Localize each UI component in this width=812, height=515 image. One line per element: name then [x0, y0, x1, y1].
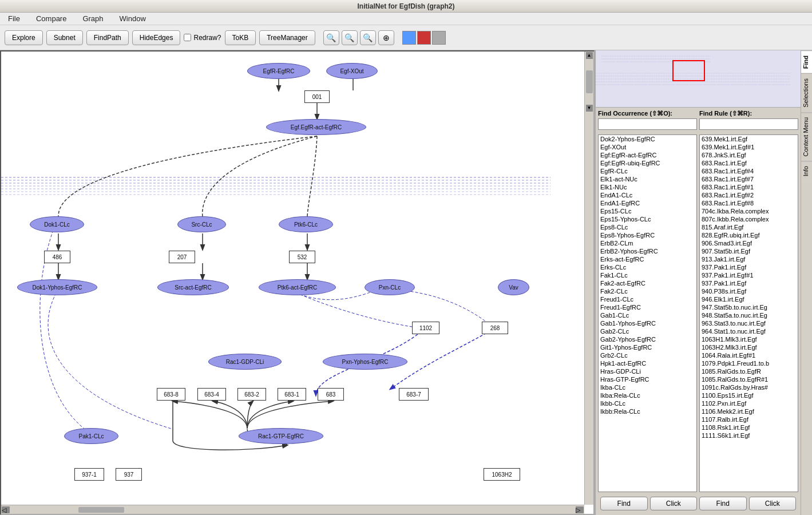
rule-list-item[interactable]: 683.Rac1.irt.Egf#8	[700, 199, 798, 207]
node-EgfR-EgfRC[interactable]: EgfR-EgfRC	[247, 63, 310, 79]
occurrence-list-item[interactable]: Erks-CLc	[599, 263, 696, 271]
hscroll-right-arrow[interactable]: ▷	[576, 506, 584, 513]
rule-list-item[interactable]: 913.Jak1.irt.Egf	[700, 255, 798, 263]
menu-file[interactable]: File	[5, 13, 23, 24]
tab-selections[interactable]: Selections	[801, 73, 812, 112]
zoom-in-button[interactable]: 🔍	[323, 30, 339, 45]
occurrence-list-item[interactable]: Erks-act-EgfRC	[599, 255, 696, 263]
minimap[interactable]	[596, 50, 801, 108]
occurrence-list-item[interactable]: Egf:EgfR-ubiq-EgfRC	[599, 159, 696, 167]
occurrence-list-item[interactable]: Ikba:Rela-CLc	[599, 391, 696, 399]
findpath-button[interactable]: FindPath	[86, 30, 129, 45]
rule-list-item[interactable]: 683.Rac1.irt.Egf#4	[700, 167, 798, 175]
rule-list-item[interactable]: 639.Mek1.irt.Egf#1	[700, 143, 798, 151]
node-1063H2[interactable]: 1063H2	[484, 468, 520, 481]
tab-context-menu[interactable]: Context Menu	[801, 112, 812, 161]
occurrence-list-item[interactable]: Fak2-CLc	[599, 287, 696, 295]
node-Pxn-CLc[interactable]: Pxn-CLc	[365, 279, 415, 295]
hscroll-left-arrow[interactable]: ◁	[2, 506, 10, 513]
occurrence-list-item[interactable]: Git1-Yphos-EgfRC	[599, 343, 696, 351]
rule-list-item[interactable]: 815.Araf.irt.Egf	[700, 223, 798, 231]
rule-list-item[interactable]: 1079.Pdpk1.Freud1.to.b	[700, 359, 798, 367]
node-Ptk6-CLc[interactable]: Ptk6-CLc	[279, 216, 333, 232]
menu-graph[interactable]: Graph	[79, 13, 106, 24]
occurrence-list[interactable]: Dok2-Yphos-EgfRCEgf-XOutEgf:EgfR-act-Egf…	[598, 134, 697, 492]
occurrence-list-item[interactable]: Elk1-act-NUc	[599, 175, 696, 183]
rule-list-item[interactable]: 940.P38s.irt.Egf	[700, 287, 798, 295]
node-486[interactable]: 486	[44, 251, 70, 263]
node-683-2[interactable]: 683-2	[237, 388, 266, 401]
node-Dok1-CLc[interactable]: Dok1-CLc	[30, 216, 84, 232]
hideedges-button[interactable]: HideEdges	[132, 30, 181, 45]
node-683-8[interactable]: 683-8	[157, 388, 185, 401]
subnet-button[interactable]: Subnet	[46, 30, 83, 45]
menu-window[interactable]: Window	[116, 13, 149, 24]
rule-list-item[interactable]: 964.Stat1.to.nuc.irt.Egf	[700, 327, 798, 335]
rule-list-item[interactable]: 1064.Rala.irt.Egf#1	[700, 351, 798, 359]
rule-list-item[interactable]: 1107.Ralb.irt.Egf	[700, 415, 798, 423]
node-683-4[interactable]: 683-4	[197, 388, 226, 401]
tab-find[interactable]: Find	[801, 50, 812, 73]
node-1102[interactable]: 1102	[412, 322, 439, 334]
graph-vscrollbar[interactable]: ▲ ▼	[584, 52, 593, 505]
occurrence-list-item[interactable]: Gab2-Yphos-EgfRC	[599, 335, 696, 343]
occurrence-list-item[interactable]: Dok2-Yphos-EgfRC	[599, 135, 696, 143]
occurrence-list-item[interactable]: Egf-XOut	[599, 143, 696, 151]
color-swatch-gray[interactable]	[432, 31, 446, 45]
occurrence-list-item[interactable]: Hras-GTP-EgfRC	[599, 375, 696, 383]
click-rule-button[interactable]: Click	[749, 497, 797, 510]
occurrence-list-item[interactable]: Fak2-act-EgfRC	[599, 279, 696, 287]
menu-compare[interactable]: Compare	[33, 13, 70, 24]
node-937[interactable]: 937	[116, 468, 142, 481]
rule-list-item[interactable]: 1102.Pxn.irt.Egf	[700, 399, 798, 407]
node-Pak1-CLc[interactable]: Pak1-CLc	[64, 428, 118, 444]
node-207[interactable]: 207	[169, 251, 195, 263]
zoom-fit-button[interactable]: 🔍	[360, 30, 376, 45]
rule-list-item[interactable]: 1106.Mekk2.irt.Egf	[700, 407, 798, 415]
find-occurrence-button[interactable]: Find	[600, 497, 648, 510]
graph-hscrollbar[interactable]: ◁ ▷	[1, 505, 584, 514]
node-Rac1-GTP[interactable]: Rac1-GTP-EgfRC	[239, 428, 323, 444]
node-Rac1-GDP[interactable]: Rac1-GDP-CLi	[208, 354, 282, 370]
node-Egf-EgfR-act[interactable]: Egf.EgfR-act-EgfRC	[266, 119, 366, 135]
rule-list-item[interactable]: 1063H2.Mlk3.irt.Egf	[700, 343, 798, 351]
color-swatch-red[interactable]	[417, 31, 431, 45]
vscroll-down-arrow[interactable]: ▼	[586, 105, 593, 112]
node-532[interactable]: 532	[289, 251, 315, 263]
occurrence-list-item[interactable]: EndA1-EgfRC	[599, 199, 696, 207]
rule-list-item[interactable]: 1085.RalGds.to.EgfR#1	[700, 375, 798, 383]
rule-list-item[interactable]: 1091c.RalGds.by.Hras#	[700, 383, 798, 391]
rule-list-item[interactable]: 947.Stat5b.to.nuc.irt.Eg	[700, 303, 798, 311]
color-swatch-blue[interactable]	[402, 31, 416, 45]
occurrence-list-item[interactable]: Hras-GDP-CLi	[599, 367, 696, 375]
occurrence-list-item[interactable]: Freud1-EgfRC	[599, 303, 696, 311]
find-rule-button[interactable]: Find	[699, 497, 747, 510]
tokb-button[interactable]: ToKB	[225, 30, 256, 45]
redraw-checkbox[interactable]	[184, 34, 191, 41]
explore-button[interactable]: Explore	[5, 30, 43, 45]
hscroll-thumb[interactable]	[78, 507, 124, 513]
occurrence-list-item[interactable]: Eps15-Yphos-CLc	[599, 215, 696, 223]
node-Pxn-Yphos[interactable]: Pxn-Yphos-EgfRC	[323, 354, 407, 370]
rule-list-item[interactable]: 906.Smad3.irt.Egf	[700, 239, 798, 247]
rule-list-item[interactable]: 828.EgfR.ubiq.irt.Egf	[700, 231, 798, 239]
rule-list-item[interactable]: 907.Stat5b.irt.Egf	[700, 247, 798, 255]
tab-info[interactable]: Info	[801, 161, 812, 181]
occurrence-list-item[interactable]: Fak1-CLc	[599, 271, 696, 279]
occurrence-list-item[interactable]: Elk1-NUc	[599, 183, 696, 191]
node-683-1[interactable]: 683-1	[278, 388, 306, 401]
vscroll-up-arrow[interactable]: ▲	[586, 52, 593, 59]
rule-list-item[interactable]: 937.Pak1.irt.Egf	[700, 263, 798, 271]
occurrence-list-item[interactable]: Ikbb-CLc	[599, 399, 696, 407]
occurrence-list-item[interactable]: Egf:EgfR-act-EgfRC	[599, 151, 696, 159]
treemanager-button[interactable]: TreeManager	[259, 30, 315, 45]
graph-panel[interactable]: EgfR-EgfRC Egf-XOut 001 Egf.EgfR-act-Egf…	[0, 50, 595, 515]
rule-list-item[interactable]: 683.Rac1.irt.Egf#7	[700, 175, 798, 183]
occurrence-list-item[interactable]: Eps15-CLc	[599, 207, 696, 215]
rule-list-item[interactable]: 704c.Ikba.Rela.complex	[700, 207, 798, 215]
occurrence-list-item[interactable]: ErbB2-CLm	[599, 239, 696, 247]
occurrence-list-item[interactable]: Hpk1-act-EgfRC	[599, 359, 696, 367]
node-Src-CLc[interactable]: Src-CLc	[177, 216, 226, 232]
rule-list-item[interactable]: 1100.Eps15.irt.Egf	[700, 391, 798, 399]
rule-list-item[interactable]: 1085.RalGds.to.EgfR	[700, 367, 798, 375]
